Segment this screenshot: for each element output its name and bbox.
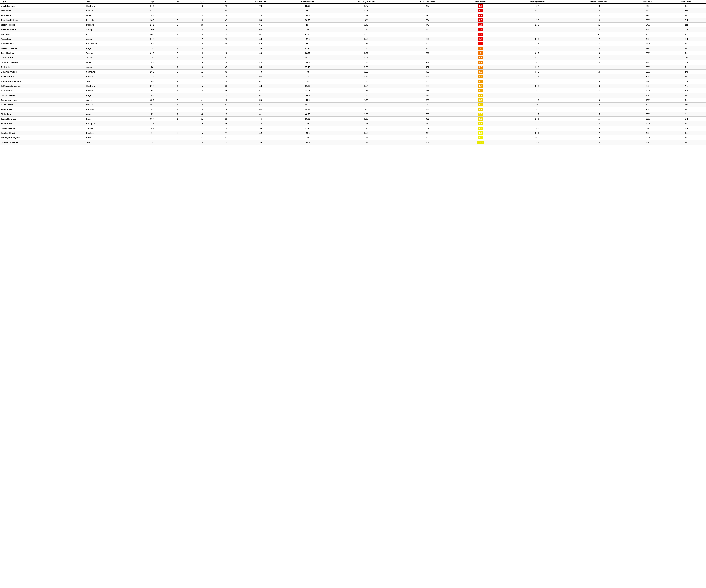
- table-row: ZaDarius SmithVikings30.84322662501.4246…: [0, 27, 706, 32]
- player-name-cell: Javon Hargrave: [0, 117, 85, 121]
- draft-round-cell: 1st: [667, 131, 706, 135]
- rare-cell: 1: [165, 117, 190, 121]
- high-cell: 22: [190, 93, 213, 98]
- high-cell: 43: [190, 13, 213, 18]
- pressure-total-cell: 62: [238, 27, 283, 32]
- table-row: Haason ReddickEagles28.8022254734.50.884…: [0, 93, 706, 98]
- pqr-cell: 1.6: [332, 140, 400, 145]
- drive-kill-pressures-cell: 21: [568, 65, 629, 70]
- pressure-total-cell: 42: [238, 79, 283, 84]
- age-cell: 25.9: [139, 60, 165, 65]
- drive-kill-pct-cell: 34%: [629, 23, 667, 27]
- drive-kill-pct-cell: 19%: [629, 27, 667, 32]
- player-name-cell: Danielle Hunter: [0, 126, 85, 131]
- prs-cell: 409: [400, 70, 455, 74]
- stats-table: Player Team Age Rare High Low Pressure T…: [0, 0, 706, 145]
- pressure-score-cell: 27.25: [283, 32, 332, 37]
- low-cell: 26: [214, 27, 238, 32]
- pqr-cell: 0.61: [332, 51, 400, 55]
- table-row: Denico AutryTitans33119254532.750.813638…: [0, 55, 706, 60]
- player-name-cell: Josh Uche: [0, 8, 85, 13]
- draft-round-cell: 4th: [667, 79, 706, 84]
- table-row: Brandon GrahamEagles35.3114203525.250.76…: [0, 46, 706, 51]
- snap-hq-cell: 19.6: [506, 117, 568, 121]
- drive-kill-pressures-cell: 17: [568, 88, 629, 93]
- pressure-total-cell: 46: [238, 121, 283, 126]
- team-cell: Bucs: [85, 135, 139, 140]
- draft-round-cell: 1st: [667, 4, 706, 8]
- pressure-score-cell: 63.75: [283, 4, 332, 8]
- drive-kill-pct-cell: 25%: [629, 112, 667, 117]
- header-player: Player: [0, 0, 85, 4]
- snap-pressures-cell: 8.2: [455, 60, 506, 65]
- low-cell: 25: [214, 93, 238, 98]
- snap-hq-cell: 40.7: [506, 135, 568, 140]
- table-row: Charles Omenihu49ers25.9019294833.50.663…: [0, 60, 706, 65]
- snap-hq-cell: 15: [506, 103, 568, 107]
- player-name-cell: Uchenna Nwosu: [0, 70, 85, 74]
- snap-pressures-cell: 9.1: [455, 93, 506, 98]
- header-rare: Rare: [165, 0, 190, 4]
- drive-kill-pressures-cell: 13: [568, 79, 629, 84]
- drive-kill-pct-cell: 38%: [629, 140, 667, 145]
- snap-pressures-cell: 9.7: [455, 121, 506, 126]
- team-cell: Cowboys: [85, 4, 139, 8]
- drive-kill-pct-cell: 28%: [629, 13, 667, 18]
- snap-hq-cell: 14.8: [506, 98, 568, 103]
- player-name-cell: Maxx Crosby: [0, 103, 85, 107]
- drive-kill-pressures-cell: 7: [568, 32, 629, 37]
- drive-kill-pressures-cell: 17: [568, 41, 629, 46]
- draft-round-cell: 1st: [667, 46, 706, 51]
- header-snap-hq-pressures: Snap/ HQ Pressures: [506, 0, 568, 4]
- pressure-total-cell: 41: [238, 8, 283, 13]
- age-cell: 25.7: [139, 13, 165, 18]
- low-cell: 29: [214, 126, 238, 131]
- age-cell: 31.2: [139, 84, 165, 88]
- draft-round-cell: 1st: [667, 93, 706, 98]
- drive-kill-pressures-cell: 15: [568, 117, 629, 121]
- high-cell: 24: [190, 140, 213, 145]
- snap-pressures-cell: 9.8: [455, 126, 506, 131]
- snap-hq-cell: 21.5: [506, 51, 568, 55]
- age-cell: 25.2: [139, 107, 165, 112]
- high-cell: 16: [190, 88, 213, 93]
- team-cell: Titans: [85, 55, 139, 60]
- snap-pressures-cell: 8.1: [455, 55, 506, 60]
- age-cell: 26.8: [139, 41, 165, 46]
- snap-hq-cell: 19.5: [506, 93, 568, 98]
- snap-pressures-cell: 7.5: [455, 27, 506, 32]
- drive-kill-pct-cell: 38%: [629, 65, 667, 70]
- age-cell: 34.3: [139, 32, 165, 37]
- age-cell: 27.5: [139, 74, 165, 79]
- low-cell: 41: [214, 23, 238, 27]
- draft-round-cell: 2nd: [667, 112, 706, 117]
- table-row: Josh AllenJaguars26119355537.750.584528.…: [0, 65, 706, 70]
- rare-cell: 1: [165, 84, 190, 88]
- table-row: Bradley ChubbDolphins27015274228.50.5641…: [0, 131, 706, 135]
- pressure-score-cell: 24.5: [283, 8, 332, 13]
- drive-kill-pct-cell: 35%: [629, 84, 667, 88]
- pressure-score-cell: 34.5: [283, 93, 332, 98]
- low-cell: 25: [214, 55, 238, 60]
- player-name-cell: Von Miller: [0, 32, 85, 37]
- pressure-total-cell: 39: [238, 140, 283, 145]
- age-cell: 27.2: [139, 37, 165, 41]
- snap-hq-cell: 33: [506, 107, 568, 112]
- draft-round-cell: 1st: [667, 74, 706, 79]
- drive-kill-pct-cell: 29%: [629, 55, 667, 60]
- snap-pressures-cell: 6.9: [455, 18, 506, 23]
- snap-pressures-cell: 6.5: [455, 8, 506, 13]
- player-name-cell: Brian Burns: [0, 107, 85, 112]
- pqr-cell: 0.81: [332, 55, 400, 60]
- snap-pressures-cell: 8.2: [455, 65, 506, 70]
- header-pressure-score: Pressure Score: [283, 0, 332, 4]
- rare-cell: 2: [165, 79, 190, 84]
- snap-pressures-cell: 9.9: [455, 135, 506, 140]
- drive-kill-pressures-cell: 16: [568, 84, 629, 88]
- drive-kill-pct-cell: 32%: [629, 107, 667, 112]
- prs-cell: 393: [400, 60, 455, 65]
- pressure-score-cell: 48.25: [283, 112, 332, 117]
- prs-cell: 452: [400, 65, 455, 70]
- drive-kill-pct-cell: 33%: [629, 117, 667, 121]
- drive-kill-pct-cell: 22%: [629, 51, 667, 55]
